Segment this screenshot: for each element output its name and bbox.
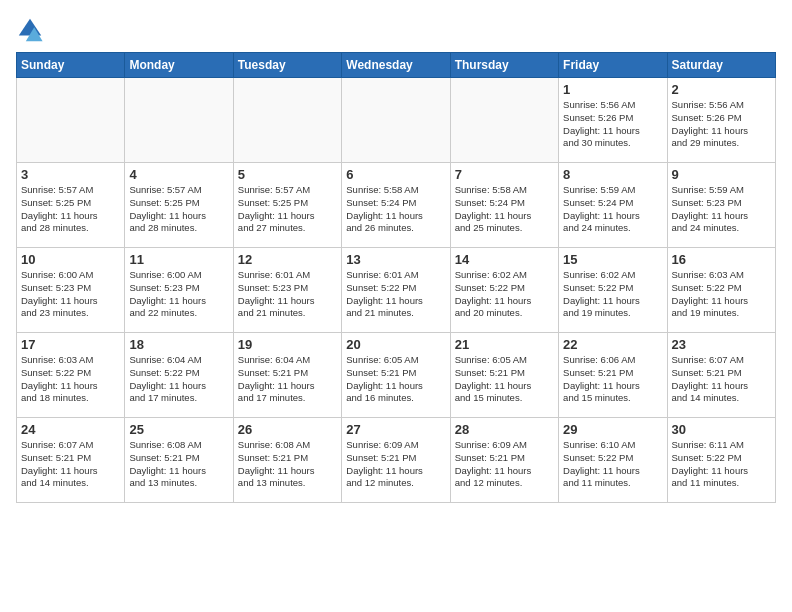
day-info: Sunrise: 5:58 AM Sunset: 5:24 PM Dayligh…	[346, 184, 445, 235]
day-info: Sunrise: 6:08 AM Sunset: 5:21 PM Dayligh…	[238, 439, 337, 490]
day-cell: 24Sunrise: 6:07 AM Sunset: 5:21 PM Dayli…	[17, 418, 125, 503]
day-number: 1	[563, 82, 662, 97]
day-info: Sunrise: 5:59 AM Sunset: 5:24 PM Dayligh…	[563, 184, 662, 235]
day-info: Sunrise: 5:59 AM Sunset: 5:23 PM Dayligh…	[672, 184, 771, 235]
page-header	[16, 16, 776, 44]
day-cell: 14Sunrise: 6:02 AM Sunset: 5:22 PM Dayli…	[450, 248, 558, 333]
day-number: 5	[238, 167, 337, 182]
day-number: 30	[672, 422, 771, 437]
day-cell: 12Sunrise: 6:01 AM Sunset: 5:23 PM Dayli…	[233, 248, 341, 333]
day-cell: 26Sunrise: 6:08 AM Sunset: 5:21 PM Dayli…	[233, 418, 341, 503]
day-info: Sunrise: 5:56 AM Sunset: 5:26 PM Dayligh…	[563, 99, 662, 150]
day-info: Sunrise: 6:09 AM Sunset: 5:21 PM Dayligh…	[455, 439, 554, 490]
day-cell	[233, 78, 341, 163]
day-info: Sunrise: 6:05 AM Sunset: 5:21 PM Dayligh…	[346, 354, 445, 405]
day-info: Sunrise: 6:07 AM Sunset: 5:21 PM Dayligh…	[21, 439, 120, 490]
day-cell: 10Sunrise: 6:00 AM Sunset: 5:23 PM Dayli…	[17, 248, 125, 333]
day-cell: 5Sunrise: 5:57 AM Sunset: 5:25 PM Daylig…	[233, 163, 341, 248]
day-cell: 11Sunrise: 6:00 AM Sunset: 5:23 PM Dayli…	[125, 248, 233, 333]
day-cell: 13Sunrise: 6:01 AM Sunset: 5:22 PM Dayli…	[342, 248, 450, 333]
day-info: Sunrise: 6:00 AM Sunset: 5:23 PM Dayligh…	[21, 269, 120, 320]
day-cell: 23Sunrise: 6:07 AM Sunset: 5:21 PM Dayli…	[667, 333, 775, 418]
day-info: Sunrise: 5:57 AM Sunset: 5:25 PM Dayligh…	[238, 184, 337, 235]
week-row-1: 3Sunrise: 5:57 AM Sunset: 5:25 PM Daylig…	[17, 163, 776, 248]
calendar: SundayMondayTuesdayWednesdayThursdayFrid…	[16, 52, 776, 503]
day-number: 18	[129, 337, 228, 352]
day-number: 9	[672, 167, 771, 182]
day-number: 4	[129, 167, 228, 182]
day-info: Sunrise: 6:03 AM Sunset: 5:22 PM Dayligh…	[21, 354, 120, 405]
day-cell: 17Sunrise: 6:03 AM Sunset: 5:22 PM Dayli…	[17, 333, 125, 418]
day-cell: 1Sunrise: 5:56 AM Sunset: 5:26 PM Daylig…	[559, 78, 667, 163]
day-info: Sunrise: 6:01 AM Sunset: 5:22 PM Dayligh…	[346, 269, 445, 320]
day-number: 3	[21, 167, 120, 182]
day-number: 8	[563, 167, 662, 182]
day-number: 14	[455, 252, 554, 267]
day-number: 2	[672, 82, 771, 97]
day-info: Sunrise: 6:07 AM Sunset: 5:21 PM Dayligh…	[672, 354, 771, 405]
week-row-4: 24Sunrise: 6:07 AM Sunset: 5:21 PM Dayli…	[17, 418, 776, 503]
day-cell: 30Sunrise: 6:11 AM Sunset: 5:22 PM Dayli…	[667, 418, 775, 503]
weekday-header-sunday: Sunday	[17, 53, 125, 78]
day-number: 22	[563, 337, 662, 352]
day-info: Sunrise: 5:57 AM Sunset: 5:25 PM Dayligh…	[21, 184, 120, 235]
day-cell: 19Sunrise: 6:04 AM Sunset: 5:21 PM Dayli…	[233, 333, 341, 418]
day-number: 24	[21, 422, 120, 437]
day-cell: 28Sunrise: 6:09 AM Sunset: 5:21 PM Dayli…	[450, 418, 558, 503]
weekday-header-tuesday: Tuesday	[233, 53, 341, 78]
day-cell: 2Sunrise: 5:56 AM Sunset: 5:26 PM Daylig…	[667, 78, 775, 163]
day-number: 13	[346, 252, 445, 267]
day-cell: 8Sunrise: 5:59 AM Sunset: 5:24 PM Daylig…	[559, 163, 667, 248]
day-number: 26	[238, 422, 337, 437]
weekday-header-thursday: Thursday	[450, 53, 558, 78]
weekday-header-wednesday: Wednesday	[342, 53, 450, 78]
weekday-header-row: SundayMondayTuesdayWednesdayThursdayFrid…	[17, 53, 776, 78]
day-info: Sunrise: 5:57 AM Sunset: 5:25 PM Dayligh…	[129, 184, 228, 235]
day-number: 28	[455, 422, 554, 437]
day-info: Sunrise: 6:10 AM Sunset: 5:22 PM Dayligh…	[563, 439, 662, 490]
logo-icon	[16, 16, 44, 44]
day-info: Sunrise: 6:05 AM Sunset: 5:21 PM Dayligh…	[455, 354, 554, 405]
day-cell: 25Sunrise: 6:08 AM Sunset: 5:21 PM Dayli…	[125, 418, 233, 503]
day-number: 12	[238, 252, 337, 267]
day-cell	[450, 78, 558, 163]
day-cell: 15Sunrise: 6:02 AM Sunset: 5:22 PM Dayli…	[559, 248, 667, 333]
day-cell: 6Sunrise: 5:58 AM Sunset: 5:24 PM Daylig…	[342, 163, 450, 248]
day-number: 20	[346, 337, 445, 352]
day-cell: 7Sunrise: 5:58 AM Sunset: 5:24 PM Daylig…	[450, 163, 558, 248]
day-number: 10	[21, 252, 120, 267]
day-number: 25	[129, 422, 228, 437]
day-info: Sunrise: 6:08 AM Sunset: 5:21 PM Dayligh…	[129, 439, 228, 490]
day-number: 15	[563, 252, 662, 267]
logo	[16, 16, 48, 44]
day-number: 16	[672, 252, 771, 267]
day-cell	[342, 78, 450, 163]
week-row-3: 17Sunrise: 6:03 AM Sunset: 5:22 PM Dayli…	[17, 333, 776, 418]
day-info: Sunrise: 6:11 AM Sunset: 5:22 PM Dayligh…	[672, 439, 771, 490]
day-cell: 9Sunrise: 5:59 AM Sunset: 5:23 PM Daylig…	[667, 163, 775, 248]
day-cell: 3Sunrise: 5:57 AM Sunset: 5:25 PM Daylig…	[17, 163, 125, 248]
day-cell: 18Sunrise: 6:04 AM Sunset: 5:22 PM Dayli…	[125, 333, 233, 418]
week-row-0: 1Sunrise: 5:56 AM Sunset: 5:26 PM Daylig…	[17, 78, 776, 163]
day-cell: 29Sunrise: 6:10 AM Sunset: 5:22 PM Dayli…	[559, 418, 667, 503]
day-info: Sunrise: 6:02 AM Sunset: 5:22 PM Dayligh…	[455, 269, 554, 320]
day-info: Sunrise: 5:58 AM Sunset: 5:24 PM Dayligh…	[455, 184, 554, 235]
day-info: Sunrise: 6:03 AM Sunset: 5:22 PM Dayligh…	[672, 269, 771, 320]
day-info: Sunrise: 6:09 AM Sunset: 5:21 PM Dayligh…	[346, 439, 445, 490]
day-number: 6	[346, 167, 445, 182]
day-cell	[125, 78, 233, 163]
day-info: Sunrise: 6:01 AM Sunset: 5:23 PM Dayligh…	[238, 269, 337, 320]
day-number: 23	[672, 337, 771, 352]
day-number: 21	[455, 337, 554, 352]
weekday-header-friday: Friday	[559, 53, 667, 78]
day-number: 17	[21, 337, 120, 352]
day-number: 11	[129, 252, 228, 267]
day-info: Sunrise: 5:56 AM Sunset: 5:26 PM Dayligh…	[672, 99, 771, 150]
day-info: Sunrise: 6:00 AM Sunset: 5:23 PM Dayligh…	[129, 269, 228, 320]
day-cell: 27Sunrise: 6:09 AM Sunset: 5:21 PM Dayli…	[342, 418, 450, 503]
day-info: Sunrise: 6:06 AM Sunset: 5:21 PM Dayligh…	[563, 354, 662, 405]
day-cell: 22Sunrise: 6:06 AM Sunset: 5:21 PM Dayli…	[559, 333, 667, 418]
day-info: Sunrise: 6:02 AM Sunset: 5:22 PM Dayligh…	[563, 269, 662, 320]
weekday-header-saturday: Saturday	[667, 53, 775, 78]
day-cell: 21Sunrise: 6:05 AM Sunset: 5:21 PM Dayli…	[450, 333, 558, 418]
